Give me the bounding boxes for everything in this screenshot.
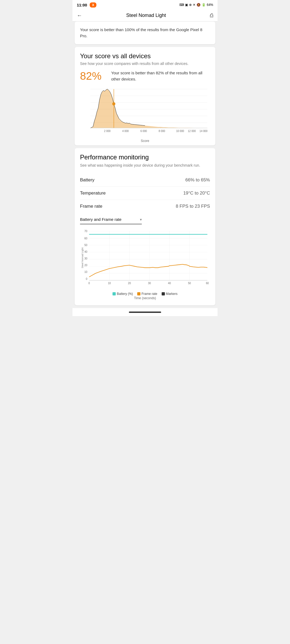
svg-text:10 000: 10 000 — [176, 130, 184, 133]
svg-text:70: 70 — [84, 229, 87, 232]
svg-text:Steel Nomad Light: Steel Nomad Light — [81, 247, 84, 268]
metric-value-temperature: 19°C to 20°C — [183, 191, 210, 196]
partial-card: Your score is better than 100% of the re… — [75, 21, 215, 44]
page-title: Steel Nomad Light — [82, 13, 210, 18]
legend-markers-label: Markers — [166, 292, 177, 296]
legend-battery: Battery (%) — [113, 292, 133, 296]
score-vs-devices-card: Your score vs all devices See how your s… — [75, 47, 215, 145]
x-badge: X — [90, 2, 96, 8]
metrics-list: Battery 66% to 65% Temperature 19°C to 2… — [80, 174, 210, 213]
svg-text:0: 0 — [88, 282, 90, 285]
battery-icon: 🔋 — [202, 3, 206, 7]
svg-text:12 000: 12 000 — [188, 130, 196, 133]
svg-text:6 000: 6 000 — [140, 130, 147, 133]
legend-battery-label: Battery (%) — [117, 292, 133, 296]
performance-monitoring-card: Performance monitoring See what was happ… — [75, 148, 215, 305]
performance-chart: 70 60 50 40 30 20 10 0 Steel Nomad Light — [80, 227, 210, 290]
svg-text:50: 50 — [84, 244, 87, 247]
chevron-down-icon: ▾ — [140, 217, 142, 222]
legend-battery-color — [113, 292, 116, 295]
svg-text:0: 0 — [86, 277, 88, 280]
svg-text:20: 20 — [128, 282, 131, 285]
chart-type-dropdown[interactable]: Battery and Frame rate ▾ — [80, 217, 142, 224]
home-bar — [73, 308, 218, 316]
perf-chart-x-label: Time (seconds) — [80, 296, 210, 300]
svg-text:30: 30 — [148, 282, 151, 285]
metric-row-temperature: Temperature 19°C to 20°C — [80, 187, 210, 200]
score-chart-x-label: Score — [80, 139, 210, 143]
status-right: ⌨ ▣ ⊕ ✕ 🔕 🔋 64% — [179, 3, 213, 7]
svg-text:60: 60 — [84, 237, 87, 240]
location-icon: ⊕ — [189, 3, 192, 7]
sim-icon: ▣ — [185, 3, 188, 7]
silent-icon: 🔕 — [197, 3, 201, 7]
score-section-title: Your score vs all devices — [80, 52, 210, 60]
network-icon: ✕ — [193, 3, 195, 7]
metric-value-framerate: 8 FPS to 23 FPS — [176, 204, 210, 209]
battery-pct: 64% — [207, 3, 213, 7]
legend-framerate-color — [137, 292, 140, 295]
share-button[interactable]: ⎙ — [210, 12, 213, 19]
score-distribution-chart: 2 000 4 000 6 000 8 000 10 000 12 000 14… — [80, 86, 210, 140]
status-bar: 11:00 X ⌨ ▣ ⊕ ✕ 🔕 🔋 64% — [73, 0, 218, 10]
score-percentage: 82% — [80, 70, 107, 82]
perf-subtitle: See what was happening inside your devic… — [80, 163, 210, 168]
legend-markers-color — [162, 292, 165, 295]
legend-framerate-label: Frame rate — [142, 292, 157, 296]
svg-text:20: 20 — [84, 264, 87, 267]
score-section-subtitle: See how your score compares with results… — [80, 61, 210, 66]
partial-card-text: Your score is better than 100% of the re… — [80, 27, 210, 39]
metric-label-framerate: Frame rate — [80, 204, 102, 209]
home-indicator[interactable] — [129, 312, 161, 313]
status-time: 11:00 — [77, 3, 87, 7]
back-button[interactable]: ← — [77, 12, 82, 19]
score-description: Your score is better than 82% of the res… — [111, 70, 210, 82]
metric-label-battery: Battery — [80, 177, 95, 183]
status-left: 11:00 X — [77, 2, 96, 8]
svg-text:2 000: 2 000 — [104, 130, 111, 133]
score-row: 82% Your score is better than 82% of the… — [80, 70, 210, 82]
legend-markers: Markers — [162, 292, 177, 296]
svg-point-8 — [112, 102, 115, 105]
svg-text:10: 10 — [108, 282, 111, 285]
perf-title: Performance monitoring — [80, 153, 210, 161]
svg-text:10: 10 — [84, 270, 87, 273]
svg-text:14 000: 14 000 — [200, 130, 208, 133]
metric-label-temperature: Temperature — [80, 191, 106, 196]
dropdown-label: Battery and Frame rate — [80, 217, 121, 222]
chart-legend: Battery (%) Frame rate Markers — [80, 292, 210, 296]
svg-text:40: 40 — [168, 282, 171, 285]
svg-text:4 000: 4 000 — [122, 130, 129, 133]
keyboard-icon: ⌨ — [179, 3, 184, 7]
legend-framerate: Frame rate — [137, 292, 157, 296]
svg-text:30: 30 — [84, 257, 87, 260]
svg-text:40: 40 — [84, 250, 87, 253]
metric-value-battery: 66% to 65% — [185, 177, 210, 183]
svg-text:60: 60 — [206, 282, 209, 285]
metric-row-framerate: Frame rate 8 FPS to 23 FPS — [80, 200, 210, 213]
metric-row-battery: Battery 66% to 65% — [80, 174, 210, 187]
svg-text:8 000: 8 000 — [159, 130, 165, 133]
svg-text:50: 50 — [188, 282, 191, 285]
top-nav: ← Steel Nomad Light ⎙ — [73, 10, 218, 21]
